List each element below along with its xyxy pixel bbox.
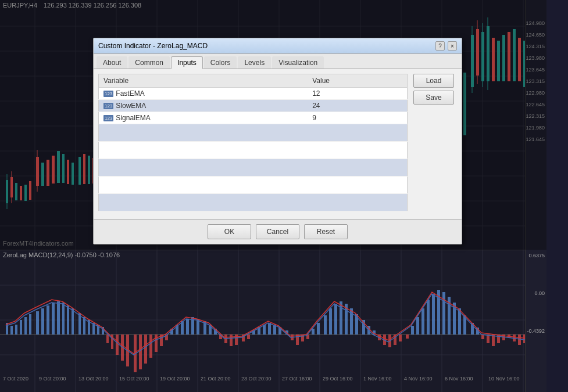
svg-rect-245	[497, 335, 500, 343]
close-button[interactable]: ×	[448, 41, 457, 51]
date-label-12: 6 Nov 16:00	[445, 376, 473, 382]
osc-axis: 0.6375 0.00 -0.4392	[525, 250, 546, 392]
svg-rect-162	[52, 303, 55, 335]
dialog-title: Custom Indicator - ZeroLag_MACD	[98, 42, 208, 50]
svg-rect-175	[116, 335, 119, 355]
tab-common[interactable]: Common	[128, 56, 170, 69]
svg-rect-208	[296, 335, 299, 345]
tab-colors[interactable]: Colors	[204, 56, 237, 69]
row2-variable: 123SlowEMA	[99, 100, 308, 112]
svg-rect-215	[334, 304, 337, 335]
svg-rect-230	[416, 317, 419, 335]
svg-rect-165	[67, 305, 69, 335]
date-label-3: 13 Oct 20:00	[78, 376, 109, 382]
date-label-13: 10 Nov 16:00	[488, 376, 520, 382]
date-label-9: 29 Oct 16:00	[323, 376, 353, 382]
svg-rect-216	[340, 301, 342, 335]
content-row: Variable Value 123FastEMA 12	[98, 74, 457, 214]
tab-visualization[interactable]: Visualization	[272, 56, 324, 69]
row2-value[interactable]: 24	[308, 100, 407, 112]
svg-rect-154	[10, 326, 13, 335]
col-value: Value	[308, 74, 407, 88]
svg-rect-163	[57, 301, 60, 335]
svg-rect-249	[518, 335, 521, 345]
side-buttons: Load Save	[410, 74, 457, 214]
tab-levels[interactable]: Levels	[238, 56, 271, 69]
osc-06375: 0.6375	[526, 253, 546, 258]
type-icon-signalema: 123	[103, 115, 113, 121]
date-label-10: 1 Nov 16:00	[363, 376, 392, 382]
table-row[interactable]: 123FastEMA 12	[99, 88, 408, 100]
type-icon-slowema: 123	[103, 103, 113, 109]
osc-neg04392: -0.4392	[526, 328, 546, 334]
svg-rect-199	[247, 335, 250, 339]
svg-rect-214	[329, 308, 332, 335]
svg-rect-197	[235, 335, 238, 345]
svg-rect-158	[29, 314, 31, 335]
row3-value[interactable]: 9	[308, 112, 407, 124]
svg-rect-196	[230, 335, 233, 346]
osc-0: 0.00	[526, 290, 546, 296]
date-label-5: 19 Oct 20:00	[160, 376, 190, 382]
svg-rect-159	[36, 311, 39, 335]
table-row[interactable]: 123SlowEMA 24	[99, 100, 408, 112]
empty-row	[99, 177, 408, 194]
svg-rect-160	[41, 308, 44, 335]
svg-rect-233	[432, 294, 435, 335]
svg-rect-232	[427, 300, 430, 335]
svg-rect-231	[421, 308, 424, 335]
date-label-4: 15 Oct 20:00	[119, 376, 149, 382]
params-table-container: Variable Value 123FastEMA 12	[98, 74, 408, 214]
dialog-controls: ? ×	[435, 41, 457, 51]
svg-rect-156	[20, 320, 22, 335]
indicator-label: ZeroLag MACD(12,24,9) -0.0750 -0.1076	[3, 251, 120, 258]
svg-rect-212	[317, 323, 320, 335]
cancel-button[interactable]: Cancel	[256, 224, 299, 239]
svg-rect-227	[399, 335, 402, 341]
table-row[interactable]: 123SignalEMA 9	[99, 112, 408, 124]
svg-rect-243	[487, 335, 490, 343]
dialog-tabs: About Common Inputs Colors Levels Visual…	[94, 54, 462, 69]
dialog-titlebar: Custom Indicator - ZeroLag_MACD ? ×	[94, 38, 462, 54]
svg-rect-211	[312, 329, 315, 335]
reset-button[interactable]: Reset	[304, 224, 348, 239]
help-button[interactable]: ?	[435, 41, 445, 51]
svg-rect-202	[263, 325, 266, 335]
svg-rect-180	[144, 335, 147, 364]
svg-rect-155	[15, 325, 17, 335]
date-label-2: 9 Oct 20:00	[39, 376, 66, 382]
tab-about[interactable]: About	[97, 56, 127, 69]
date-label-1: 7 Oct 2020	[3, 376, 28, 382]
row3-variable: 123SignalEMA	[99, 112, 308, 124]
tab-inputs[interactable]: Inputs	[171, 56, 203, 69]
date-label-8: 27 Oct 16:00	[282, 376, 312, 382]
dialog-footer: OK Cancel Reset	[94, 219, 462, 244]
type-icon-fastema: 123	[103, 91, 113, 97]
empty-row	[99, 124, 408, 142]
svg-rect-203	[268, 323, 271, 335]
empty-row	[99, 159, 408, 177]
row1-value[interactable]: 12	[308, 88, 407, 100]
empty-row	[99, 142, 408, 159]
svg-rect-179	[139, 335, 142, 369]
svg-rect-188	[186, 319, 189, 335]
date-label-7: 23 Oct 20:00	[241, 376, 272, 382]
svg-rect-164	[62, 303, 65, 335]
date-label-11: 4 Nov 16:00	[404, 376, 433, 382]
row1-variable: 123FastEMA	[99, 88, 308, 100]
svg-rect-229	[411, 326, 414, 335]
macd-chart-area	[0, 250, 546, 392]
ok-button[interactable]: OK	[208, 224, 251, 239]
svg-rect-157	[24, 317, 27, 335]
svg-rect-173	[106, 335, 109, 343]
save-button[interactable]: Save	[413, 91, 454, 105]
date-label-6: 21 Oct 20:00	[201, 376, 231, 382]
svg-rect-213	[324, 315, 327, 335]
empty-row	[99, 194, 408, 211]
svg-rect-182	[155, 335, 158, 352]
params-table: Variable Value 123FastEMA 12	[98, 74, 408, 211]
svg-rect-181	[149, 335, 152, 358]
load-button[interactable]: Load	[413, 74, 454, 88]
svg-rect-228	[406, 335, 409, 339]
svg-rect-166	[72, 308, 74, 335]
